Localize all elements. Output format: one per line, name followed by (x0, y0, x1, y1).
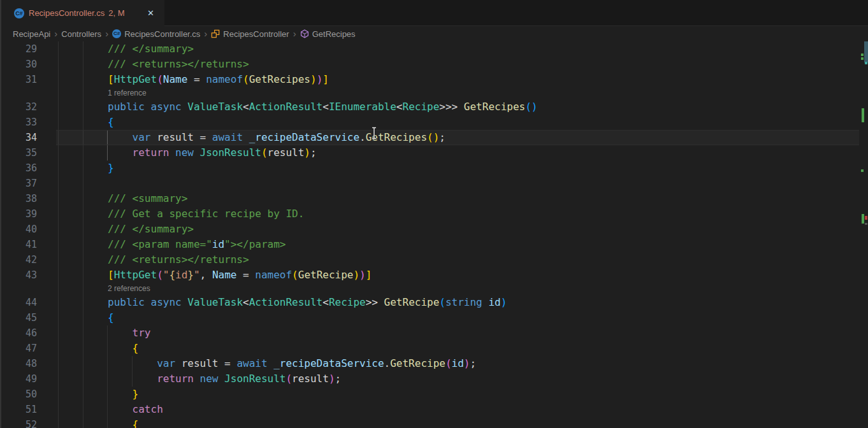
line-number[interactable]: 29 (0, 41, 37, 57)
line-number[interactable]: 32 (0, 99, 37, 115)
change-mark (861, 57, 864, 60)
change-mark (862, 108, 864, 122)
code-text[interactable]: var result = await _recipeDataService.Ge… (59, 130, 445, 145)
code-rows: 29 /// </summary>30 /// <returns></retur… (0, 41, 859, 428)
code-line[interactable]: 45 { (0, 310, 859, 325)
breadcrumb-item-recipeapi[interactable]: RecipeApi (13, 29, 50, 39)
code-text[interactable]: var result = await _recipeDataService.Ge… (59, 356, 476, 371)
code-text[interactable]: public async ValueTask<ActionResult<IEnu… (59, 99, 537, 115)
code-line[interactable]: 46 try (0, 325, 859, 341)
code-line[interactable]: 41 /// <param name="id"></param> (0, 237, 859, 252)
code-text[interactable]: } (59, 160, 114, 176)
line-number[interactable]: 45 (0, 310, 37, 325)
code-line[interactable]: 38 /// <summary> (0, 191, 859, 206)
code-line[interactable]: 52 { (0, 417, 859, 428)
breadcrumb: RecipeApi › Controllers › C# RecipesCont… (0, 26, 868, 41)
code-text[interactable]: /// <returns></returns> (59, 252, 249, 268)
code-line[interactable]: 51 catch (0, 402, 859, 417)
code-line[interactable]: 33 { (0, 115, 859, 130)
code-text[interactable]: /// Get a specific recipe by ID. (59, 206, 304, 222)
breadcrumb-method-label: GetRecipes (312, 29, 356, 39)
code-text[interactable]: /// </summary> (59, 222, 194, 237)
line-number[interactable]: 35 (0, 145, 37, 160)
code-text[interactable]: { (59, 341, 138, 356)
line-number[interactable]: 38 (0, 191, 37, 206)
line-number[interactable]: 30 (0, 57, 37, 72)
code-line[interactable]: 47 { (0, 341, 859, 356)
codelens-references[interactable]: 2 references (0, 283, 859, 295)
code-line[interactable]: 40 /// </summary> (0, 222, 859, 237)
codelens-references[interactable]: 1 reference (0, 87, 859, 99)
tab-strip-empty (164, 0, 868, 26)
vscode-window: C# RecipesController.cs 2, M ✕ RecipeApi… (0, 0, 868, 428)
line-number[interactable]: 39 (0, 206, 37, 222)
line-number[interactable]: 41 (0, 237, 37, 252)
breadcrumb-file-label: RecipesController.cs (124, 29, 200, 39)
tab-status-badge: 2, M (108, 8, 124, 18)
code-line[interactable]: 34 var result = await _recipeDataService… (0, 130, 859, 145)
line-number[interactable]: 46 (0, 325, 37, 341)
code-text[interactable]: /// <returns></returns> (59, 57, 249, 72)
line-number[interactable]: 37 (0, 176, 37, 191)
chevron-right-icon: › (204, 28, 207, 39)
code-text[interactable]: [HttpGet(Name = nameof(GetRecipes))] (59, 72, 329, 87)
csharp-file-icon: C# (14, 8, 24, 18)
code-line[interactable]: 50 } (0, 387, 859, 402)
code-line[interactable]: 30 /// <returns></returns> (0, 57, 859, 72)
code-line[interactable]: 31 [HttpGet(Name = nameof(GetRecipes))] (0, 72, 859, 87)
change-mark (862, 214, 864, 224)
code-line[interactable]: 49 return new JsonResult(result); (0, 371, 859, 387)
code-text[interactable]: { (59, 310, 114, 325)
breadcrumb-item-file[interactable]: C# RecipesController.cs (112, 29, 200, 39)
close-icon[interactable]: ✕ (145, 7, 157, 19)
line-number[interactable]: 34 (0, 130, 37, 145)
method-symbol-icon (300, 29, 309, 38)
info-mark (865, 223, 867, 225)
code-line[interactable]: 29 /// </summary> (0, 41, 859, 57)
breadcrumb-item-method[interactable]: GetRecipes (300, 29, 356, 39)
code-text[interactable]: return new JsonResult(result); (59, 371, 341, 387)
scrollbar-thumb[interactable] (864, 41, 868, 62)
line-number[interactable]: 31 (0, 72, 37, 87)
code-line[interactable]: 32 public async ValueTask<ActionResult<I… (0, 99, 859, 115)
line-number[interactable]: 43 (0, 268, 37, 283)
line-number[interactable]: 33 (0, 115, 37, 130)
code-line[interactable]: 37 (0, 176, 859, 191)
line-number[interactable]: 36 (0, 160, 37, 176)
code-line[interactable]: 42 /// <returns></returns> (0, 252, 859, 268)
breadcrumb-item-controllers[interactable]: Controllers (61, 29, 101, 39)
code-text[interactable]: /// </summary> (59, 41, 194, 57)
chevron-right-icon: › (54, 28, 57, 39)
line-number[interactable]: 44 (0, 295, 37, 310)
line-number[interactable]: 51 (0, 402, 37, 417)
editor[interactable]: 29 /// </summary>30 /// <returns></retur… (0, 41, 868, 428)
code-line[interactable]: 35 return new JsonResult(result); (0, 145, 859, 160)
code-line[interactable]: 44 public async ValueTask<ActionResult<R… (0, 295, 859, 310)
code-text[interactable]: } (59, 387, 138, 402)
code-text[interactable]: { (59, 417, 138, 428)
line-number[interactable]: 49 (0, 371, 37, 387)
error-mark (865, 216, 867, 220)
change-mark (861, 169, 864, 172)
code-text[interactable]: [HttpGet("{id}", Name = nameof(GetRecipe… (59, 268, 372, 283)
code-text[interactable]: { (59, 115, 114, 130)
line-number[interactable]: 42 (0, 252, 37, 268)
line-number[interactable]: 50 (0, 387, 37, 402)
line-number[interactable]: 47 (0, 341, 37, 356)
code-line[interactable]: 43 [HttpGet("{id}", Name = nameof(GetRec… (0, 268, 859, 283)
code-text[interactable]: try (59, 325, 151, 341)
code-text[interactable]: /// <param name="id"></param> (59, 237, 286, 252)
code-text[interactable]: /// <summary> (59, 191, 187, 206)
line-number[interactable]: 52 (0, 417, 37, 428)
chevron-right-icon: › (105, 28, 108, 39)
line-number[interactable]: 40 (0, 222, 37, 237)
line-number[interactable]: 48 (0, 356, 37, 371)
tab-recipescontroller[interactable]: C# RecipesController.cs 2, M ✕ (0, 0, 164, 26)
code-line[interactable]: 48 var result = await _recipeDataService… (0, 356, 859, 371)
code-text[interactable]: catch (59, 402, 163, 417)
code-text[interactable]: public async ValueTask<ActionResult<Reci… (59, 295, 507, 310)
code-text[interactable]: return new JsonResult(result); (59, 145, 317, 160)
code-line[interactable]: 36 } (0, 160, 859, 176)
code-line[interactable]: 39 /// Get a specific recipe by ID. (0, 206, 859, 222)
breadcrumb-item-class[interactable]: RecipesController (211, 29, 289, 39)
